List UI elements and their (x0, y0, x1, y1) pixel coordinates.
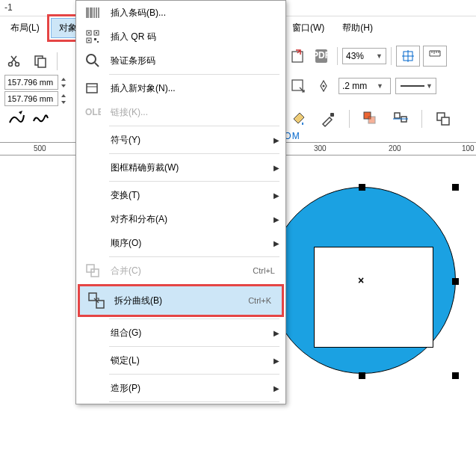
object-icon (79, 76, 106, 100)
menu-links: OLE 链接(K)... (76, 100, 285, 124)
align-icon[interactable] (390, 108, 411, 129)
menu-shaping[interactable]: 造形(P) ▶ (76, 376, 285, 400)
menu-label: 合并(C) (106, 265, 253, 277)
chevron-down-icon[interactable]: ▼ (377, 82, 383, 90)
snap-icon[interactable] (396, 46, 420, 67)
fill-bucket-icon[interactable] (288, 108, 309, 129)
svg-rect-23 (96, 32, 97, 34)
menu-order[interactable]: 顺序(O) ▶ (76, 231, 285, 255)
chevron-down-icon[interactable]: ▼ (376, 52, 383, 60)
menu-combine: 合并(C) Ctrl+L (76, 259, 285, 283)
freehand-smooth-icon[interactable] (6, 108, 27, 129)
menu-help[interactable]: 帮助(H) (338, 19, 377, 37)
menu-group[interactable]: 组合(G) ▶ (76, 321, 285, 345)
ruler-tick: 200 (389, 144, 401, 153)
stroke-width-input[interactable] (342, 81, 375, 91)
ruler-tick: 500 (34, 144, 46, 153)
selection-handle[interactable] (359, 372, 365, 379)
transparency-icon[interactable] (360, 108, 381, 129)
coord-bar-2 (0, 91, 72, 106)
svg-rect-4 (292, 52, 303, 62)
svg-line-28 (95, 63, 99, 67)
divider (337, 47, 338, 65)
selection-handle[interactable] (452, 184, 459, 191)
export-icon[interactable] (288, 46, 309, 67)
object-menu-dropdown: 插入条码(B)... 插入 QR 码 验证条形码 插入新对象(N)... OLE… (75, 0, 286, 404)
menu-label: 验证条形码 (106, 55, 279, 67)
spinner-up-icon[interactable] (60, 93, 67, 99)
break-apart-icon (83, 289, 110, 312)
menu-layout[interactable]: 布局(L) (3, 19, 47, 37)
menu-separator (109, 374, 279, 375)
canvas[interactable]: × (288, 157, 475, 467)
combine-icon (79, 259, 106, 283)
chevron-down-icon[interactable]: ▼ (426, 82, 433, 90)
coord-bar (0, 75, 72, 90)
menu-label: 造形(P) (106, 382, 273, 395)
eyedropper-icon[interactable] (318, 108, 339, 129)
coord-y-input[interactable] (4, 91, 58, 106)
selection-center-icon[interactable]: × (358, 274, 364, 286)
spinner-up-icon[interactable] (60, 76, 67, 82)
menu-transform[interactable]: 变换(T) ▶ (76, 183, 285, 207)
menu-powerclip[interactable]: 图框精确剪裁(W) ▶ (76, 156, 285, 179)
order-icon[interactable] (433, 108, 454, 129)
coord-x-input[interactable] (4, 75, 58, 90)
menu-separator (109, 74, 279, 75)
svg-rect-24 (88, 40, 90, 41)
stroke-bar: ▼ ▼ (288, 75, 436, 97)
freehand-icon[interactable] (30, 108, 51, 129)
menu-validate-barcode[interactable]: 验证条形码 (76, 49, 285, 73)
spinner-down-icon[interactable] (60, 83, 67, 89)
menu-label: 对齐和分布(A) (106, 213, 273, 226)
menu-break-apart[interactable]: 拆分曲线(B) Ctrl+K (80, 286, 282, 315)
svg-rect-26 (97, 41, 99, 43)
svg-text:OLE: OLE (85, 107, 101, 117)
svg-rect-32 (91, 269, 99, 277)
menu-separator (109, 318, 279, 319)
ruler-tick: 100 (462, 144, 475, 153)
document-title: -1 (4, 2, 13, 13)
menu-window[interactable]: 窗口(W) (288, 19, 329, 37)
menu-insert-qr[interactable]: 插入 QR 码 (76, 25, 285, 49)
outline-tool-icon[interactable] (288, 76, 309, 96)
spinner-down-icon[interactable] (60, 99, 67, 105)
svg-text:PDF: PDF (313, 50, 330, 61)
line-style-combo[interactable]: ▼ (395, 78, 436, 94)
svg-rect-25 (94, 38, 96, 40)
zoom-combo[interactable]: ▼ (342, 48, 386, 64)
cut-icon[interactable] (4, 51, 25, 72)
menu-label: 插入 QR 码 (106, 31, 279, 43)
menu-lock[interactable]: 锁定(L) ▶ (76, 348, 285, 372)
divider (391, 47, 392, 65)
pen-nib-icon[interactable] (313, 76, 334, 96)
pdf-icon[interactable]: PDF (312, 46, 333, 67)
svg-point-9 (323, 85, 325, 87)
selection-handle[interactable] (452, 278, 459, 285)
selection-handle[interactable] (359, 184, 365, 191)
submenu-arrow-icon: ▶ (273, 239, 279, 247)
copy-icon[interactable] (30, 51, 51, 72)
svg-rect-31 (87, 265, 94, 272)
menu-insert-barcode[interactable]: 插入条码(B)... (76, 1, 285, 25)
menu-label: 插入新对象(N)... (106, 82, 279, 95)
selection-handle[interactable] (452, 372, 459, 379)
tool-palette (3, 105, 55, 132)
menu-label: 图框精确剪裁(W) (106, 161, 273, 174)
ruler-icon[interactable] (423, 46, 447, 67)
stroke-width-combo[interactable]: ▼ (339, 78, 391, 94)
menu-align[interactable]: 对齐和分布(A) ▶ (76, 207, 285, 231)
menu-label: 变换(T) (106, 189, 273, 202)
submenu-arrow-icon: ▶ (273, 357, 279, 365)
ole-icon: OLE (79, 100, 106, 124)
menu-insert-new-object[interactable]: 插入新对象(N)... (76, 76, 285, 100)
effects-toolbar (288, 108, 454, 129)
menu-label: 顺序(O) (106, 237, 273, 250)
svg-rect-29 (87, 84, 97, 93)
menu-label: 符号(Y) (106, 134, 273, 147)
zoom-input[interactable] (346, 51, 374, 61)
menu-symbol[interactable]: 符号(Y) ▶ (76, 128, 285, 152)
svg-rect-14 (395, 113, 400, 118)
square-cutout[interactable] (314, 247, 433, 348)
divider (421, 110, 422, 128)
